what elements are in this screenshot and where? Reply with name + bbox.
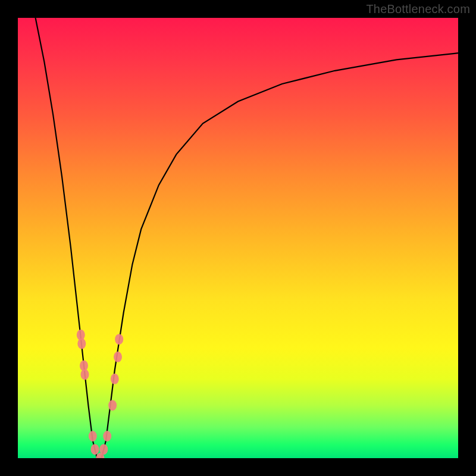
bottleneck-curve [36, 18, 458, 458]
data-marker [103, 431, 111, 441]
data-marker [91, 444, 99, 455]
chart-frame: TheBottleneck.com [0, 0, 476, 476]
data-marker [111, 374, 119, 384]
data-marker [77, 330, 85, 340]
data-marker [89, 431, 97, 441]
data-marker [115, 334, 123, 345]
chart-plot-area [18, 18, 458, 458]
data-marker [114, 352, 122, 362]
chart-svg [18, 18, 458, 458]
data-markers [77, 330, 123, 458]
attribution-watermark: TheBottleneck.com [366, 2, 470, 16]
data-marker [99, 444, 108, 455]
data-marker [108, 400, 117, 411]
data-marker [81, 369, 89, 380]
